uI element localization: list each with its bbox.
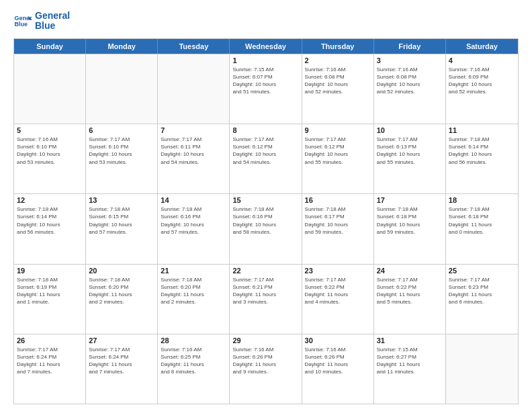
day-info: Sunrise: 7:16 AM Sunset: 6:10 PM Dayligh… xyxy=(17,136,83,166)
calendar-body: 1Sunrise: 7:15 AM Sunset: 6:07 PM Daylig… xyxy=(14,54,518,404)
day-info: Sunrise: 7:17 AM Sunset: 6:22 PM Dayligh… xyxy=(305,276,371,306)
day-info: Sunrise: 7:18 AM Sunset: 6:16 PM Dayligh… xyxy=(161,205,226,236)
header: General Blue General Blue xyxy=(13,11,519,32)
day-number: 24 xyxy=(377,267,443,275)
day-number: 28 xyxy=(161,336,226,345)
calendar-day-cell: 18Sunrise: 7:18 AM Sunset: 6:18 PM Dayli… xyxy=(446,194,518,263)
day-info: Sunrise: 7:17 AM Sunset: 6:12 PM Dayligh… xyxy=(232,136,298,166)
calendar-day-cell: 26Sunrise: 7:17 AM Sunset: 6:24 PM Dayli… xyxy=(14,334,86,404)
day-info: Sunrise: 7:18 AM Sunset: 6:20 PM Dayligh… xyxy=(161,276,226,306)
calendar-day-cell: 2Sunrise: 7:16 AM Sunset: 6:08 PM Daylig… xyxy=(302,54,374,124)
day-number: 18 xyxy=(449,196,515,204)
calendar-day-cell: 19Sunrise: 7:18 AM Sunset: 6:19 PM Dayli… xyxy=(14,265,86,334)
calendar: SundayMondayTuesdayWednesdayThursdayFrid… xyxy=(13,38,519,404)
day-info: Sunrise: 7:18 AM Sunset: 6:15 PM Dayligh… xyxy=(89,205,154,236)
day-number: 22 xyxy=(232,267,298,275)
day-info: Sunrise: 7:18 AM Sunset: 6:18 PM Dayligh… xyxy=(377,205,443,236)
day-number: 2 xyxy=(305,56,371,64)
day-info: Sunrise: 7:18 AM Sunset: 6:17 PM Dayligh… xyxy=(305,205,371,236)
calendar-day-cell: 20Sunrise: 7:18 AM Sunset: 6:20 PM Dayli… xyxy=(86,265,158,334)
calendar-header-cell: Sunday xyxy=(14,39,86,54)
day-number: 6 xyxy=(89,126,154,134)
day-info: Sunrise: 7:17 AM Sunset: 6:11 PM Dayligh… xyxy=(161,136,226,166)
calendar-day-cell: 31Sunrise: 7:15 AM Sunset: 6:27 PM Dayli… xyxy=(374,334,446,404)
calendar-header-cell: Tuesday xyxy=(158,39,230,54)
calendar-header-cell: Wednesday xyxy=(230,39,302,54)
day-number: 3 xyxy=(377,56,443,64)
calendar-day-cell: 25Sunrise: 7:17 AM Sunset: 6:23 PM Dayli… xyxy=(446,265,518,334)
day-number: 20 xyxy=(89,267,154,275)
calendar-day-cell: 17Sunrise: 7:18 AM Sunset: 6:18 PM Dayli… xyxy=(374,194,446,263)
day-number: 1 xyxy=(232,56,298,64)
calendar-day-cell: 1Sunrise: 7:15 AM Sunset: 6:07 PM Daylig… xyxy=(230,54,302,124)
day-number: 9 xyxy=(305,126,371,134)
day-number: 29 xyxy=(232,336,298,345)
calendar-day-cell xyxy=(446,334,518,404)
calendar-day-cell xyxy=(158,54,230,124)
day-info: Sunrise: 7:17 AM Sunset: 6:13 PM Dayligh… xyxy=(377,136,443,166)
calendar-day-cell: 21Sunrise: 7:18 AM Sunset: 6:20 PM Dayli… xyxy=(158,265,230,334)
day-info: Sunrise: 7:17 AM Sunset: 6:22 PM Dayligh… xyxy=(377,276,443,306)
day-info: Sunrise: 7:17 AM Sunset: 6:21 PM Dayligh… xyxy=(232,276,298,306)
calendar-day-cell: 23Sunrise: 7:17 AM Sunset: 6:22 PM Dayli… xyxy=(302,265,374,334)
calendar-day-cell: 5Sunrise: 7:16 AM Sunset: 6:10 PM Daylig… xyxy=(14,124,86,193)
calendar-day-cell: 15Sunrise: 7:18 AM Sunset: 6:16 PM Dayli… xyxy=(230,194,302,263)
day-info: Sunrise: 7:16 AM Sunset: 6:09 PM Dayligh… xyxy=(449,66,515,96)
day-number: 23 xyxy=(305,267,371,275)
day-info: Sunrise: 7:15 AM Sunset: 6:07 PM Dayligh… xyxy=(232,66,298,96)
day-number: 14 xyxy=(161,196,226,204)
day-info: Sunrise: 7:16 AM Sunset: 6:08 PM Dayligh… xyxy=(377,66,443,96)
day-info: Sunrise: 7:16 AM Sunset: 6:26 PM Dayligh… xyxy=(232,346,298,376)
calendar-day-cell: 4Sunrise: 7:16 AM Sunset: 6:09 PM Daylig… xyxy=(446,54,518,124)
day-info: Sunrise: 7:17 AM Sunset: 6:10 PM Dayligh… xyxy=(89,136,154,166)
day-number: 7 xyxy=(161,126,226,134)
calendar-header-cell: Saturday xyxy=(446,39,518,54)
calendar-day-cell: 14Sunrise: 7:18 AM Sunset: 6:16 PM Dayli… xyxy=(158,194,230,263)
logo: General Blue General Blue xyxy=(13,11,70,32)
day-info: Sunrise: 7:18 AM Sunset: 6:19 PM Dayligh… xyxy=(17,276,83,306)
calendar-header-cell: Thursday xyxy=(302,39,374,54)
day-number: 26 xyxy=(17,336,83,345)
day-number: 27 xyxy=(89,336,154,345)
calendar-day-cell: 9Sunrise: 7:17 AM Sunset: 6:12 PM Daylig… xyxy=(302,124,374,193)
calendar-header-cell: Monday xyxy=(86,39,158,54)
day-info: Sunrise: 7:18 AM Sunset: 6:20 PM Dayligh… xyxy=(89,276,154,306)
calendar-day-cell: 12Sunrise: 7:18 AM Sunset: 6:14 PM Dayli… xyxy=(14,194,86,263)
day-number: 17 xyxy=(377,196,443,204)
day-number: 4 xyxy=(449,56,515,64)
calendar-day-cell: 28Sunrise: 7:16 AM Sunset: 6:25 PM Dayli… xyxy=(158,334,230,404)
day-number: 21 xyxy=(161,267,226,275)
calendar-day-cell: 16Sunrise: 7:18 AM Sunset: 6:17 PM Dayli… xyxy=(302,194,374,263)
day-number: 19 xyxy=(17,267,83,275)
calendar-day-cell: 13Sunrise: 7:18 AM Sunset: 6:15 PM Dayli… xyxy=(86,194,158,263)
day-number: 16 xyxy=(305,196,371,204)
calendar-day-cell: 6Sunrise: 7:17 AM Sunset: 6:10 PM Daylig… xyxy=(86,124,158,193)
day-info: Sunrise: 7:17 AM Sunset: 6:24 PM Dayligh… xyxy=(17,346,83,376)
day-info: Sunrise: 7:18 AM Sunset: 6:14 PM Dayligh… xyxy=(449,136,515,166)
day-info: Sunrise: 7:16 AM Sunset: 6:25 PM Dayligh… xyxy=(161,346,226,376)
calendar-day-cell: 3Sunrise: 7:16 AM Sunset: 6:08 PM Daylig… xyxy=(374,54,446,124)
calendar-day-cell: 8Sunrise: 7:17 AM Sunset: 6:12 PM Daylig… xyxy=(230,124,302,193)
day-info: Sunrise: 7:18 AM Sunset: 6:18 PM Dayligh… xyxy=(449,205,515,236)
calendar-day-cell: 29Sunrise: 7:16 AM Sunset: 6:26 PM Dayli… xyxy=(230,334,302,404)
calendar-week-row: 5Sunrise: 7:16 AM Sunset: 6:10 PM Daylig… xyxy=(14,124,518,193)
calendar-day-cell xyxy=(14,54,86,124)
calendar-day-cell: 27Sunrise: 7:17 AM Sunset: 6:24 PM Dayli… xyxy=(86,334,158,404)
day-info: Sunrise: 7:18 AM Sunset: 6:16 PM Dayligh… xyxy=(232,205,298,236)
page: General Blue General Blue SundayMondayTu… xyxy=(0,0,532,411)
calendar-day-cell: 24Sunrise: 7:17 AM Sunset: 6:22 PM Dayli… xyxy=(374,265,446,334)
day-info: Sunrise: 7:16 AM Sunset: 6:08 PM Dayligh… xyxy=(305,66,371,96)
logo-text-general: General xyxy=(35,11,70,21)
calendar-day-cell: 10Sunrise: 7:17 AM Sunset: 6:13 PM Dayli… xyxy=(374,124,446,193)
svg-text:Blue: Blue xyxy=(14,21,28,28)
day-info: Sunrise: 7:17 AM Sunset: 6:24 PM Dayligh… xyxy=(89,346,154,376)
calendar-day-cell: 30Sunrise: 7:16 AM Sunset: 6:26 PM Dayli… xyxy=(302,334,374,404)
logo-text-blue: Blue xyxy=(35,21,70,31)
day-number: 15 xyxy=(232,196,298,204)
calendar-week-row: 12Sunrise: 7:18 AM Sunset: 6:14 PM Dayli… xyxy=(14,193,518,263)
day-info: Sunrise: 7:17 AM Sunset: 6:23 PM Dayligh… xyxy=(449,276,515,306)
day-number: 5 xyxy=(17,126,83,134)
day-info: Sunrise: 7:15 AM Sunset: 6:27 PM Dayligh… xyxy=(377,346,443,376)
day-number: 8 xyxy=(232,126,298,134)
calendar-week-row: 19Sunrise: 7:18 AM Sunset: 6:19 PM Dayli… xyxy=(14,264,518,334)
